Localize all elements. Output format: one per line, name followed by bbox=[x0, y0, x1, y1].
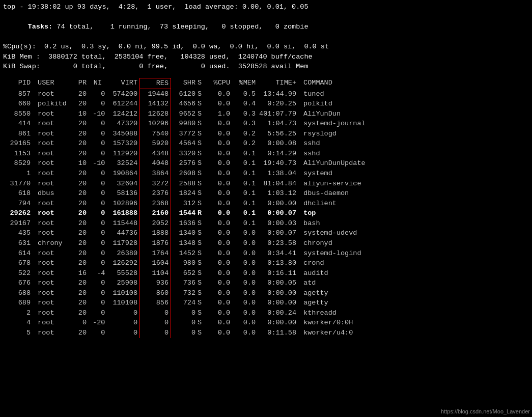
cell-res: 2376 bbox=[139, 188, 171, 199]
cell-user: root bbox=[33, 328, 73, 338]
cell-cmd: rsyslogd bbox=[298, 129, 529, 139]
cell-virt: 0 bbox=[104, 328, 139, 338]
cell-time: 0:00.24 bbox=[258, 308, 298, 318]
cell-user: root bbox=[33, 268, 73, 279]
cell-pr: 20 bbox=[73, 248, 89, 259]
cell-s: S bbox=[198, 129, 207, 139]
cell-time: 0:00.05 bbox=[258, 278, 298, 288]
cell-s: S bbox=[198, 138, 207, 149]
cell-shr: 2576 bbox=[171, 158, 198, 169]
cell-pr: 20 bbox=[73, 99, 89, 109]
cell-virt: 115448 bbox=[104, 218, 139, 229]
cell-shr: 1824 bbox=[171, 188, 198, 199]
cell-ni: -10 bbox=[89, 109, 104, 119]
cell-s: S bbox=[198, 268, 207, 279]
cell-pr: 20 bbox=[73, 278, 89, 288]
cell-shr: 6120 bbox=[171, 89, 198, 99]
cell-ni: 0 bbox=[89, 228, 104, 238]
cell-virt: 102896 bbox=[104, 199, 139, 209]
cell-user: root bbox=[33, 218, 73, 229]
cell-pid: 614 bbox=[3, 248, 33, 259]
cell-pr: 16 bbox=[73, 268, 89, 279]
cell-pr: 20 bbox=[73, 228, 89, 238]
cell-virt: 32604 bbox=[104, 179, 139, 189]
cell-virt: 26380 bbox=[104, 248, 139, 259]
cell-pid: 522 bbox=[3, 268, 33, 279]
cell-time: 0:00.03 bbox=[258, 218, 298, 229]
cell-pid: 29262 bbox=[3, 208, 33, 218]
cell-cpu: 0.0 bbox=[207, 248, 232, 259]
cell-ni: 0 bbox=[89, 208, 104, 218]
cell-time: 0:00.00 bbox=[258, 318, 298, 328]
table-row: 618 dbus 20 0 58136 2376 1824 S 0.0 0.1 … bbox=[3, 188, 529, 199]
cell-shr: 9980 bbox=[171, 119, 198, 129]
cell-ni: 0 bbox=[89, 258, 104, 268]
tasks-label: Tasks: bbox=[28, 23, 57, 31]
cell-pid: 29165 bbox=[3, 138, 33, 149]
cell-virt: 126292 bbox=[104, 258, 139, 268]
cell-cmd: systemd-journal bbox=[298, 119, 529, 129]
table-row: 29262 root 20 0 161888 2160 1544 R 0.0 0… bbox=[3, 208, 529, 218]
cell-virt: 58136 bbox=[104, 188, 139, 199]
cell-cmd: tuned bbox=[298, 89, 529, 99]
cell-shr: 2588 bbox=[171, 179, 198, 189]
cell-ni: 0 bbox=[89, 138, 104, 149]
cell-pr: 20 bbox=[73, 169, 89, 179]
cell-res: 12628 bbox=[139, 109, 171, 119]
cell-pid: 5 bbox=[3, 328, 33, 338]
cell-res: 7540 bbox=[139, 129, 171, 139]
cell-ni: 0 bbox=[89, 308, 104, 318]
cell-cmd: auditd bbox=[298, 268, 529, 279]
cell-shr: 0 bbox=[171, 308, 198, 318]
cell-s: S bbox=[198, 89, 207, 99]
cell-res: 3864 bbox=[139, 169, 171, 179]
cell-time: 0:23.58 bbox=[258, 238, 298, 248]
cell-time: 0:13.80 bbox=[258, 258, 298, 268]
cell-mem: 0.1 bbox=[232, 208, 258, 218]
cell-mem: 0.2 bbox=[232, 138, 258, 149]
table-row: 857 root 20 0 574200 19448 6120 S 0.0 0.… bbox=[3, 89, 529, 99]
cell-res: 14132 bbox=[139, 99, 171, 109]
cell-mem: 0.3 bbox=[232, 109, 258, 119]
cell-cmd: chronyd bbox=[298, 238, 529, 248]
cell-cpu: 0.0 bbox=[207, 228, 232, 238]
cell-virt: 612244 bbox=[104, 99, 139, 109]
cell-res: 856 bbox=[139, 298, 171, 308]
cell-time: 0:00.07 bbox=[258, 208, 298, 218]
cell-user: root bbox=[33, 119, 73, 129]
cell-time: 1:04.73 bbox=[258, 119, 298, 129]
table-body: 857 root 20 0 574200 19448 6120 S 0.0 0.… bbox=[3, 89, 529, 338]
cell-virt: 117928 bbox=[104, 238, 139, 248]
header-line2: Tasks: 74 total, 1 running, 73 sleeping,… bbox=[3, 12, 529, 42]
col-header-pid: PID bbox=[3, 78, 33, 89]
cell-shr: 4656 bbox=[171, 99, 198, 109]
cell-mem: 0.1 bbox=[232, 158, 258, 169]
cell-pid: 794 bbox=[3, 199, 33, 209]
cell-res: 19448 bbox=[139, 89, 171, 99]
cell-user: root bbox=[33, 228, 73, 238]
cell-ni: 0 bbox=[89, 199, 104, 209]
cell-shr: 3772 bbox=[171, 129, 198, 139]
cell-s: S bbox=[198, 288, 207, 298]
cell-cpu: 0.0 bbox=[207, 179, 232, 189]
cell-shr: 9652 bbox=[171, 109, 198, 119]
cell-pr: 20 bbox=[73, 218, 89, 229]
cell-virt: 574200 bbox=[104, 89, 139, 99]
cell-virt: 44736 bbox=[104, 228, 139, 238]
cell-user: root bbox=[33, 138, 73, 149]
cell-res: 0 bbox=[139, 328, 171, 338]
cell-virt: 112920 bbox=[104, 149, 139, 159]
cell-res: 2160 bbox=[139, 208, 171, 218]
cell-virt: 47320 bbox=[104, 119, 139, 129]
cell-user: root bbox=[33, 248, 73, 259]
cell-res: 1888 bbox=[139, 228, 171, 238]
cell-cpu: 0.0 bbox=[207, 138, 232, 149]
cell-cpu: 0.0 bbox=[207, 188, 232, 199]
cell-cmd: AliYunDun bbox=[298, 109, 529, 119]
cell-cmd: agetty bbox=[298, 288, 529, 298]
cell-cpu: 0.0 bbox=[207, 158, 232, 169]
table-row: 861 root 20 0 345088 7540 3772 S 0.0 0.2… bbox=[3, 129, 529, 139]
cell-pid: 857 bbox=[3, 89, 33, 99]
terminal-window: top - 19:38:02 up 93 days, 4:28, 1 user,… bbox=[3, 2, 529, 338]
cell-user: root bbox=[33, 208, 73, 218]
